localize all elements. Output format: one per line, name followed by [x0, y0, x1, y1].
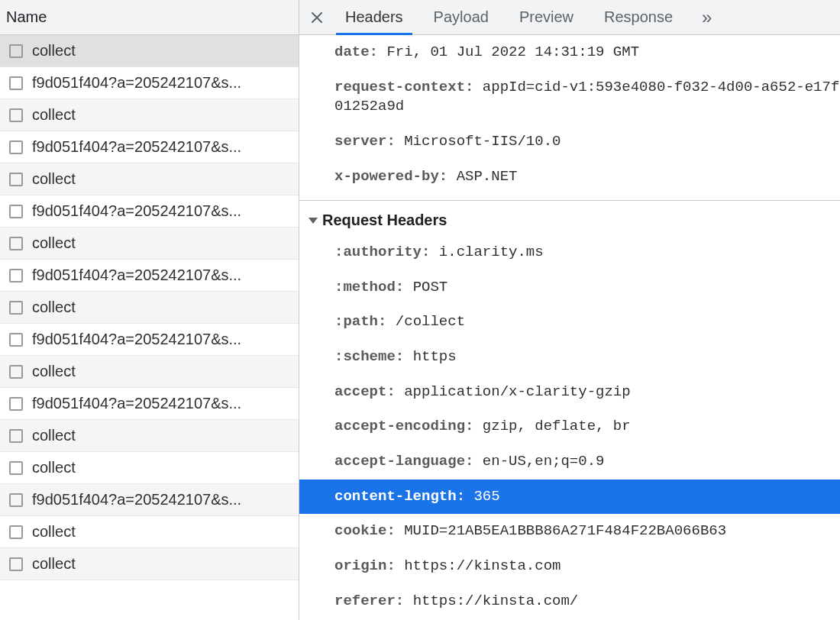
header-entry[interactable]: accept-encoding: gzip, deflate, br	[299, 409, 840, 444]
header-value: i.clarity.ms	[439, 244, 544, 260]
network-request-row[interactable]: collect	[0, 35, 299, 67]
network-request-row[interactable]: collect	[0, 228, 299, 260]
header-entry[interactable]: x-powered-by: ASP.NET	[299, 160, 840, 195]
request-name-label: f9d051f404?a=205242107&s...	[32, 202, 292, 220]
header-entry[interactable]: :authority: i.clarity.ms	[299, 235, 840, 270]
request-checkbox[interactable]	[9, 397, 23, 411]
tab-response[interactable]: Response	[589, 0, 688, 34]
request-name-label: collect	[32, 427, 292, 444]
header-value: https://kinsta.com	[404, 557, 561, 574]
header-value: /collect	[396, 313, 465, 330]
header-entry[interactable]: date: Fri, 01 Jul 2022 14:31:19 GMT	[299, 35, 840, 70]
request-checkbox[interactable]	[9, 461, 23, 475]
request-checkbox[interactable]	[9, 429, 23, 443]
request-checkbox[interactable]	[9, 173, 23, 186]
request-checkbox[interactable]	[9, 557, 23, 571]
network-request-row[interactable]: f9d051f404?a=205242107&s...	[0, 67, 299, 99]
network-request-row[interactable]: collect	[0, 163, 299, 195]
header-entry[interactable]: :path: /collect	[299, 305, 840, 340]
request-name-label: f9d051f404?a=205242107&s...	[32, 331, 292, 348]
header-value: https://kinsta.com/	[413, 593, 579, 609]
network-request-row[interactable]: f9d051f404?a=205242107&s...	[0, 324, 299, 356]
tab-headers[interactable]: Headers	[330, 0, 418, 34]
column-header-label: Name	[6, 8, 47, 26]
request-name-label: f9d051f404?a=205242107&s...	[32, 395, 292, 412]
header-name: x-powered-by:	[334, 168, 457, 185]
header-entry[interactable]: server: Microsoft-IIS/10.0	[299, 124, 840, 160]
request-name-label: collect	[32, 459, 292, 476]
header-entry[interactable]: cookie: MUID=21AB5EA1BBB86A271F484F22BA0…	[299, 514, 840, 549]
header-name: :authority:	[334, 244, 439, 260]
network-request-row[interactable]: collect	[0, 516, 299, 548]
request-checkbox[interactable]	[9, 301, 23, 315]
detail-tab-bar: HeadersPayloadPreviewResponse »	[299, 0, 840, 35]
header-name: content-length:	[334, 488, 473, 505]
request-checkbox[interactable]	[9, 108, 23, 122]
request-headers-section-toggle[interactable]: Request Headers	[299, 201, 840, 235]
request-checkbox[interactable]	[9, 140, 23, 154]
close-icon	[312, 12, 322, 23]
network-request-row[interactable]: collect	[0, 99, 299, 131]
request-name-label: collect	[32, 363, 292, 380]
request-checkbox[interactable]	[9, 76, 23, 90]
header-entry[interactable]: origin: https://kinsta.com	[299, 549, 840, 584]
request-checkbox[interactable]	[9, 493, 23, 507]
section-title-label: Request Headers	[322, 210, 447, 231]
network-request-row[interactable]: collect	[0, 292, 299, 324]
column-header-name[interactable]: Name	[0, 0, 299, 35]
request-checkbox[interactable]	[9, 205, 23, 218]
request-checkbox[interactable]	[9, 525, 23, 539]
header-entry[interactable]: content-length: 365	[299, 480, 840, 515]
chevron-right-double-icon: »	[702, 7, 712, 28]
network-request-row[interactable]: f9d051f404?a=205242107&s...	[0, 131, 299, 163]
tab-preview[interactable]: Preview	[504, 0, 589, 34]
request-checkbox[interactable]	[9, 333, 23, 347]
close-detail-button[interactable]	[304, 0, 330, 34]
network-request-row[interactable]: f9d051f404?a=205242107&s...	[0, 195, 299, 228]
network-request-row[interactable]: f9d051f404?a=205242107&s...	[0, 388, 299, 420]
header-name: cookie:	[334, 522, 404, 539]
request-name-label: collect	[32, 299, 292, 316]
request-checkbox[interactable]	[9, 44, 23, 58]
request-name-label: collect	[32, 170, 292, 188]
request-name-label: f9d051f404?a=205242107&s...	[32, 491, 292, 509]
network-request-row[interactable]: collect	[0, 356, 299, 388]
header-value: MUID=21AB5EA1BBB86A271F484F22BA066B63	[404, 522, 726, 539]
tab-payload[interactable]: Payload	[418, 0, 504, 34]
triangle-down-icon	[309, 218, 318, 224]
tabs-overflow-button[interactable]: »	[688, 0, 725, 34]
request-name-label: f9d051f404?a=205242107&s...	[32, 266, 292, 284]
header-name: date:	[334, 44, 386, 60]
request-name-label: collect	[32, 42, 292, 60]
header-entry[interactable]: accept: application/x-clarity-gzip	[299, 375, 840, 410]
header-entry[interactable]: :method: POST	[299, 270, 840, 305]
network-request-row[interactable]: f9d051f404?a=205242107&s...	[0, 484, 299, 516]
request-name-label: collect	[32, 555, 292, 573]
network-request-list: collectf9d051f404?a=205242107&s...collec…	[0, 35, 299, 620]
header-name: accept-language:	[334, 453, 483, 470]
network-request-row[interactable]: f9d051f404?a=205242107&s...	[0, 260, 299, 292]
network-request-row[interactable]: collect	[0, 548, 299, 580]
header-name: request-context:	[334, 79, 483, 95]
request-name-label: f9d051f404?a=205242107&s...	[32, 138, 292, 156]
request-name-label: collect	[32, 106, 292, 124]
header-value: application/x-clarity-gzip	[404, 383, 630, 400]
network-request-row[interactable]: collect	[0, 452, 299, 484]
header-value: https	[413, 348, 457, 365]
network-request-row[interactable]: collect	[0, 420, 299, 452]
header-value: Microsoft-IIS/10.0	[404, 133, 561, 150]
header-name: referer:	[334, 593, 413, 609]
header-name: accept:	[334, 383, 404, 400]
request-name-label: collect	[32, 523, 292, 541]
request-checkbox[interactable]	[9, 365, 23, 379]
header-name: origin:	[334, 557, 404, 574]
request-checkbox[interactable]	[9, 237, 23, 250]
header-entry[interactable]: request-context: appId=cid-v1:593e4080-f…	[299, 70, 840, 124]
request-name-label: collect	[32, 234, 292, 252]
header-entry[interactable]: referer: https://kinsta.com/	[299, 584, 840, 619]
header-entry[interactable]: :scheme: https	[299, 340, 840, 375]
header-entry[interactable]: accept-language: en-US,en;q=0.9	[299, 444, 840, 480]
header-name: accept-encoding:	[334, 418, 483, 434]
request-name-label: f9d051f404?a=205242107&s...	[32, 74, 292, 92]
request-checkbox[interactable]	[9, 269, 23, 283]
